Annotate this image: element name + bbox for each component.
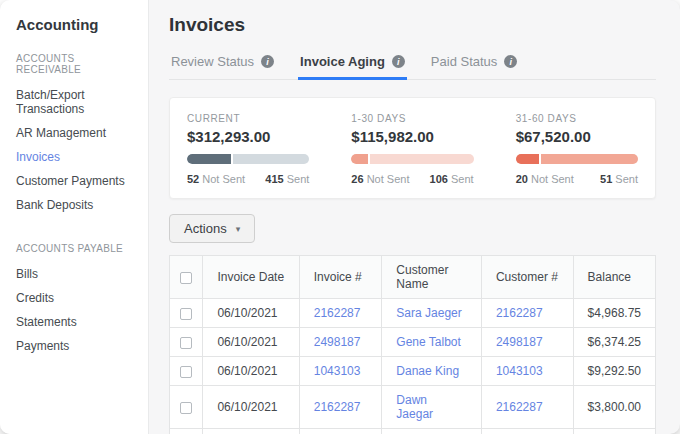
balance-cell: $4,968.75: [573, 429, 655, 434]
sent-label: Sent: [615, 173, 638, 185]
tab-review-status-label: Review Status: [171, 54, 254, 69]
sent-count: 51: [600, 173, 612, 185]
table-row: 06/10/2021 1043103 Danae King 1043103 $9…: [170, 357, 656, 386]
summary-amount: $312,293.00: [187, 128, 309, 145]
sent-stat: 51 Sent: [600, 173, 638, 185]
sidebar-item-ar-management[interactable]: AR Management: [16, 121, 138, 145]
customer-name-link[interactable]: Gene Talbot: [382, 328, 482, 357]
summary-period-label: 1-30 DAYS: [351, 113, 473, 124]
sent-label: Sent: [287, 173, 310, 185]
not-sent-count: 26: [351, 173, 363, 185]
row-checkbox[interactable]: [180, 337, 192, 349]
invoice-date-cell: 06/10/2021: [203, 357, 299, 386]
chevron-down-icon: ▾: [236, 224, 241, 234]
column-header-invoice-number[interactable]: Invoice #: [299, 256, 382, 299]
tab-paid-status[interactable]: Paid Status i: [429, 50, 520, 80]
info-icon[interactable]: i: [261, 55, 274, 68]
summary-stats: 52 Not Sent 415 Sent: [187, 173, 309, 185]
invoice-date-cell: 06/10/2021: [203, 328, 299, 357]
invoice-date-cell: 06/10/2021: [203, 386, 299, 429]
invoice-number-link[interactable]: 2162287: [299, 299, 382, 328]
column-header-customer-name[interactable]: Customer Name: [382, 256, 482, 299]
column-header-invoice-date[interactable]: Invoice Date: [203, 256, 299, 299]
invoice-date-cell: 06/10/2021: [203, 299, 299, 328]
section-label-accounts-receivable: ACCOUNTS RECEIVABLE: [16, 53, 138, 75]
table-row: 06/10/2021 2162287 Sara Jaeger 2162287 $…: [170, 299, 656, 328]
app-window: Accounting ACCOUNTS RECEIVABLE Batch/Exp…: [0, 0, 680, 434]
sent-stat: 415 Sent: [265, 173, 309, 185]
table-row: 06/10/2021 2162287 Dawn Jaegar 2162287 $…: [170, 386, 656, 429]
column-header-customer-number[interactable]: Customer #: [481, 256, 573, 299]
row-checkbox[interactable]: [180, 366, 192, 378]
select-all-checkbox[interactable]: [180, 272, 192, 284]
customer-number-link[interactable]: 1043103: [481, 357, 573, 386]
summary-stats: 20 Not Sent 51 Sent: [516, 173, 638, 185]
invoice-date-cell: 06/10/2021: [203, 429, 299, 434]
not-sent-count: 20: [516, 173, 528, 185]
summary-31-60-days: 31-60 DAYS $67,520.00 20 Not Sent 51 Sen…: [516, 113, 638, 185]
not-sent-bar-segment: [187, 154, 233, 164]
sent-label: Sent: [451, 173, 474, 185]
tab-review-status[interactable]: Review Status i: [169, 50, 276, 80]
table-row: 06/10/2021 2498187 Gene Talbot 2498187 $…: [170, 328, 656, 357]
actions-button[interactable]: Actions ▾: [169, 214, 255, 243]
actions-button-label: Actions: [184, 221, 227, 236]
sidebar-item-customer-payments[interactable]: Customer Payments: [16, 169, 138, 193]
not-sent-stat: 20 Not Sent: [516, 173, 574, 185]
sidebar-item-bills[interactable]: Bills: [16, 262, 138, 286]
summary-current: CURRENT $312,293.00 52 Not Sent 415 Sent: [187, 113, 309, 185]
tab-invoice-aging[interactable]: Invoice Aging i: [298, 50, 407, 80]
sent-progress-bar: [351, 154, 473, 164]
row-checkbox[interactable]: [180, 308, 192, 320]
info-icon[interactable]: i: [504, 55, 517, 68]
sent-progress-bar: [516, 154, 638, 164]
customer-name-link[interactable]: Sara Jaeger: [382, 299, 482, 328]
sent-count: 415: [265, 173, 283, 185]
table-row: 06/10/2021 1345971 Danae King 1345971 $4…: [170, 429, 656, 434]
customer-name-link[interactable]: Danae King: [382, 357, 482, 386]
info-icon[interactable]: i: [392, 55, 405, 68]
summary-period-label: 31-60 DAYS: [516, 113, 638, 124]
customer-name-link[interactable]: Danae King: [382, 429, 482, 434]
section-accounts-receivable: ACCOUNTS RECEIVABLE Batch/Export Transac…: [16, 53, 138, 217]
sidebar-item-invoices[interactable]: Invoices: [16, 145, 138, 169]
page-title: Invoices: [169, 14, 656, 36]
sidebar-item-statements[interactable]: Statements: [16, 310, 138, 334]
sidebar-item-batch-export-transactions[interactable]: Batch/Export Transactions: [16, 83, 138, 121]
invoice-number-link[interactable]: 2162287: [299, 386, 382, 429]
balance-cell: $4,968.75: [573, 299, 655, 328]
aging-summary-card: CURRENT $312,293.00 52 Not Sent 415 Sent…: [169, 97, 656, 199]
column-header-balance[interactable]: Balance: [573, 256, 655, 299]
summary-amount: $115,982.00: [351, 128, 473, 145]
sidebar-item-payments[interactable]: Payments: [16, 334, 138, 358]
sidebar-item-bank-deposits[interactable]: Bank Deposits: [16, 193, 138, 217]
customer-number-link[interactable]: 2162287: [481, 386, 573, 429]
customer-number-link[interactable]: 1345971: [481, 429, 573, 434]
not-sent-stat: 26 Not Sent: [351, 173, 409, 185]
not-sent-bar-segment: [516, 154, 542, 164]
tab-paid-status-label: Paid Status: [431, 54, 498, 69]
sidebar: Accounting ACCOUNTS RECEIVABLE Batch/Exp…: [0, 0, 149, 434]
customer-name-link[interactable]: Dawn Jaegar: [382, 386, 482, 429]
sent-count: 106: [430, 173, 448, 185]
invoice-number-link[interactable]: 1043103: [299, 357, 382, 386]
balance-cell: $3,800.00: [573, 386, 655, 429]
invoice-number-link[interactable]: 2498187: [299, 328, 382, 357]
summary-amount: $67,520.00: [516, 128, 638, 145]
row-checkbox[interactable]: [180, 402, 192, 414]
not-sent-stat: 52 Not Sent: [187, 173, 245, 185]
not-sent-label: Not Sent: [367, 173, 410, 185]
summary-period-label: CURRENT: [187, 113, 309, 124]
sidebar-title: Accounting: [16, 16, 138, 33]
customer-number-link[interactable]: 2498187: [481, 328, 573, 357]
section-label-accounts-payable: ACCOUNTS PAYABLE: [16, 243, 138, 254]
sent-stat: 106 Sent: [430, 173, 474, 185]
not-sent-label: Not Sent: [202, 173, 245, 185]
sidebar-item-credits[interactable]: Credits: [16, 286, 138, 310]
tab-invoice-aging-label: Invoice Aging: [300, 54, 385, 69]
invoice-number-link[interactable]: 1345971: [299, 429, 382, 434]
balance-cell: $6,374.25: [573, 328, 655, 357]
tab-bar: Review Status i Invoice Aging i Paid Sta…: [169, 50, 656, 80]
customer-number-link[interactable]: 2162287: [481, 299, 573, 328]
invoice-table: Invoice Date Invoice # Customer Name Cus…: [169, 255, 656, 434]
